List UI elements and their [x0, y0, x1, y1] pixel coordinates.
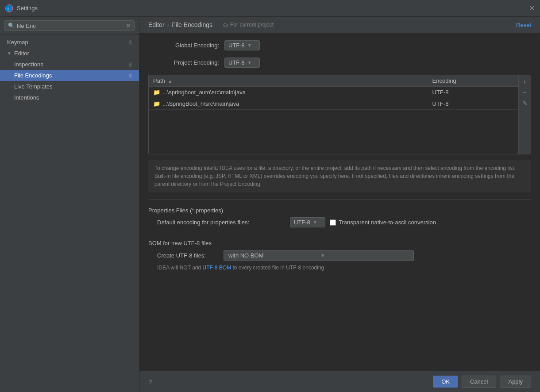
project-encoding-row: Project Encoding: UTF-8 ▼ [148, 58, 531, 68]
ok-button[interactable]: OK [433, 376, 458, 388]
global-encoding-select[interactable]: UTF-8 ▼ [224, 40, 260, 50]
encodings-table: Path ▲ Encoding 📁...\springboot_auto\src… [149, 75, 518, 110]
nav-tree: Keymap ⎘ ▼ Editor Inspections ⎘ File Enc… [0, 35, 139, 392]
reset-button[interactable]: Reset [516, 22, 531, 28]
bom-section: BOM for new UTF-8 files Create UTF-8 fil… [148, 240, 531, 271]
sidebar-item-inspections[interactable]: Inspections ⎘ [0, 59, 139, 70]
project-encoding-select[interactable]: UTF-8 ▼ [224, 58, 260, 68]
expand-icon: ▼ [7, 51, 12, 56]
project-icon: 🗂 [223, 22, 228, 28]
search-bar: 🔍 ✕ [0, 17, 139, 35]
content-area: Editor › File Encodings 🗂 For current pr… [139, 17, 540, 392]
sort-asc-icon: ▲ [168, 79, 172, 84]
close-button[interactable]: ✕ [529, 4, 535, 12]
sidebar-item-label: Live Templates [14, 83, 52, 90]
transparent-conversion-wrapper: Transparent native-to-ascii conversion [330, 219, 436, 226]
folder-icon: 📁 [153, 89, 160, 96]
edit-path-button[interactable]: ✎ [520, 98, 530, 108]
bom-row: Create UTF-8 files: with NO BOM ▼ [148, 250, 531, 261]
apply-button[interactable]: Apply [500, 376, 531, 388]
sidebar: 🔍 ✕ Keymap ⎘ ▼ Editor Inspections ⎘ [0, 17, 139, 392]
breadcrumb-parent: Editor [148, 21, 165, 28]
chevron-down-icon: ▼ [247, 60, 252, 65]
sidebar-item-label: Inspections [14, 61, 43, 68]
bottom-bar: ? OK Cancel Apply [139, 371, 540, 392]
create-utf8-label: Create UTF-8 files: [157, 252, 219, 259]
sidebar-item-live-templates[interactable]: Live Templates [0, 81, 139, 92]
properties-section: Properties Files (*.properties) Default … [148, 207, 531, 231]
titlebar: I Settings ✕ [0, 0, 540, 17]
app-icon: I [5, 4, 13, 12]
bom-section-title: BOM for new UTF-8 files [148, 240, 531, 246]
sidebar-item-intentions[interactable]: Intentions [0, 92, 139, 103]
utf8-bom-link[interactable]: UTF-8 BOM [202, 265, 231, 271]
copy-icon: ⎘ [129, 61, 132, 68]
encodings-table-wrapper: Path ▲ Encoding 📁...\springboot_auto\src… [148, 75, 531, 154]
project-encoding-label: Project Encoding: [148, 59, 219, 66]
help-button[interactable]: ? [148, 378, 152, 385]
table-row[interactable]: 📁...\SpringBoot_h\src\main\javaUTF-8 [149, 98, 518, 110]
sidebar-item-label: Keymap [7, 39, 28, 46]
for-project-label: 🗂 For current project [223, 22, 274, 28]
chevron-down-icon: ▼ [247, 43, 252, 48]
add-path-button[interactable]: + [520, 77, 530, 87]
properties-section-title: Properties Files (*.properties) [148, 207, 531, 214]
sidebar-item-file-encodings[interactable]: File Encodings ⎘ [0, 70, 139, 81]
note-prefix: IDEA will NOT add [157, 265, 202, 271]
window-title: Settings [17, 5, 38, 12]
sidebar-item-editor[interactable]: ▼ Editor [0, 48, 139, 59]
table-row[interactable]: 📁...\springboot_auto\src\main\javaUTF-8 [149, 87, 518, 98]
global-encoding-label: Global Encoding: [148, 42, 219, 49]
transparent-label: Transparent native-to-ascii conversion [339, 219, 436, 226]
copy-icon: ⎘ [129, 73, 132, 79]
content-header: Editor › File Encodings 🗂 For current pr… [139, 17, 540, 33]
table-cell-path: 📁...\SpringBoot_h\src\main\java [149, 98, 428, 110]
divider [148, 200, 531, 200]
col-path-header: Path ▲ [149, 75, 428, 87]
table-cell-encoding: UTF-8 [428, 87, 518, 98]
bom-note: IDEA will NOT add UTF-8 BOM to every cre… [148, 265, 531, 271]
note-suffix: to every created file in UTF-8 encoding [231, 265, 324, 271]
chevron-down-icon: ▼ [313, 220, 317, 225]
table-body: 📁...\springboot_auto\src\main\javaUTF-8📁… [149, 87, 518, 110]
properties-encoding-row: Default encoding for properties files: U… [148, 217, 531, 227]
table-header-row: Path ▲ Encoding [149, 75, 518, 87]
chevron-down-icon: ▼ [320, 253, 409, 258]
sidebar-item-label: Editor [14, 50, 29, 57]
cancel-button[interactable]: Cancel [462, 376, 496, 388]
breadcrumb: Editor › File Encodings [148, 21, 212, 28]
sidebar-item-keymap[interactable]: Keymap ⎘ [0, 37, 139, 48]
copy-icon: ⎘ [129, 39, 132, 46]
global-encoding-row: Global Encoding: UTF-8 ▼ [148, 40, 531, 50]
search-wrapper: 🔍 ✕ [4, 20, 135, 31]
folder-icon: 📁 [153, 100, 160, 107]
transparent-conversion-checkbox[interactable] [330, 219, 336, 226]
breadcrumb-separator: › [167, 21, 170, 28]
remove-path-button[interactable]: − [520, 88, 530, 97]
search-input[interactable] [17, 23, 123, 29]
bom-select[interactable]: with NO BOM ▼ [224, 250, 414, 261]
properties-encoding-label: Default encoding for properties files: [157, 219, 285, 226]
col-encoding-header: Encoding [428, 75, 518, 87]
properties-encoding-select[interactable]: UTF-8 ▼ [290, 217, 325, 227]
info-text: To change encoding IntelliJ IDEA uses fo… [148, 160, 531, 192]
search-clear-button[interactable]: ✕ [126, 22, 131, 29]
sidebar-item-label: Intentions [14, 94, 39, 101]
main-container: 🔍 ✕ Keymap ⎘ ▼ Editor Inspections ⎘ [0, 17, 540, 392]
breadcrumb-current: File Encodings [172, 21, 212, 28]
table-cell-encoding: UTF-8 [428, 98, 518, 110]
content-body: Global Encoding: UTF-8 ▼ Project Encodin… [139, 33, 540, 371]
sidebar-item-label: File Encodings [14, 72, 52, 79]
svg-text:I: I [8, 7, 9, 11]
table-actions: + − ✎ [518, 75, 531, 154]
search-icon: 🔍 [8, 23, 15, 29]
table-cell-path: 📁...\springboot_auto\src\main\java [149, 87, 428, 98]
